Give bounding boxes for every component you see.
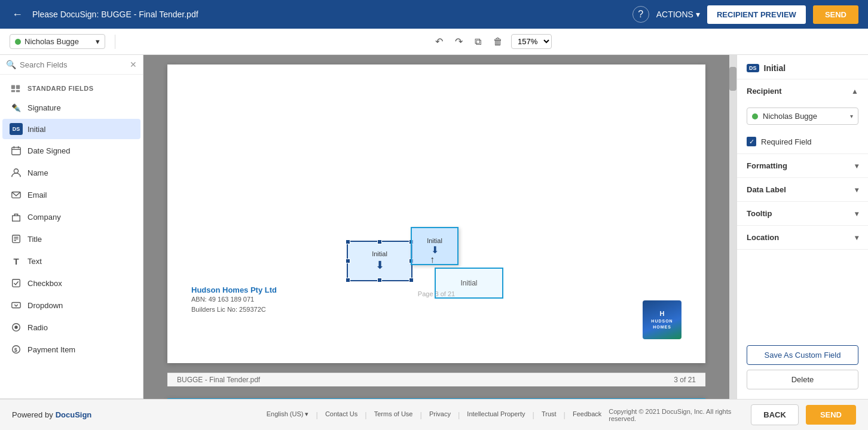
formatting-section: Formatting ▾ — [737, 154, 868, 178]
scrollbar-thumb[interactable] — [729, 67, 736, 91]
tooltip-section: Tooltip ▾ — [737, 202, 868, 226]
send-top-button[interactable]: SEND — [813, 5, 858, 24]
sidebar-item-name[interactable]: Name — [2, 162, 140, 183]
back-nav-button[interactable]: ← — [10, 6, 25, 23]
recipient-dropdown-row[interactable]: Nicholas Bugge ▾ — [747, 108, 858, 125]
initial-field-dragging[interactable]: Initial ⬇ ↑ — [411, 227, 459, 265]
footer-link-feedback[interactable]: Feedback — [573, 410, 601, 419]
company-icon — [10, 210, 23, 223]
sidebar-item-title[interactable]: Title — [2, 228, 140, 250]
initial-field-resize-bc[interactable] — [377, 278, 382, 282]
actions-button[interactable]: ACTIONS ▾ — [656, 10, 700, 19]
dropdown-label: Dropdown — [27, 301, 63, 310]
location-section-header[interactable]: Location ▾ — [737, 226, 868, 249]
actions-label: ACTIONS — [656, 10, 693, 19]
company-name: Hudson Homes Pty Ltd — [191, 285, 277, 294]
page-indicator: 3 of 21 — [674, 376, 696, 384]
date-signed-icon — [10, 144, 23, 157]
right-panel-header: DS Initial — [737, 55, 868, 79]
footer-link-privacy[interactable]: Privacy — [429, 410, 451, 419]
footer-link-english[interactable]: English (US) ▾ — [267, 410, 309, 419]
text-icon: T — [10, 254, 23, 268]
delete-toolbar-button[interactable]: 🗑 — [490, 34, 506, 50]
search-input[interactable] — [20, 60, 126, 69]
recipient-section: Recipient ▲ Nicholas Bugge ▾ ✓ Required … — [737, 79, 868, 154]
sidebar-item-initial[interactable]: DS Initial — [2, 119, 140, 139]
copyright-text: Copyright © 2021 DocuSign, Inc. All righ… — [609, 408, 744, 422]
canvas-vertical-scrollbar[interactable] — [729, 55, 736, 399]
data-label-chevron-icon: ▾ — [855, 186, 858, 194]
sidebar-item-date-signed[interactable]: Date Signed — [2, 140, 140, 161]
canvas-wrapper: Hudson Homes Pty Ltd ABN: 49 163 189 071… — [143, 55, 736, 399]
panel-actions: Save As Custom Field Delete — [737, 336, 868, 399]
recipient-green-dot — [752, 113, 758, 119]
initial-field-resize-br[interactable] — [409, 278, 414, 282]
help-button[interactable]: ? — [632, 6, 649, 23]
email-label: Email — [27, 191, 47, 199]
footer-link-contact[interactable]: Contact Us — [325, 410, 357, 419]
sidebar-item-payment-item[interactable]: $ Payment Item — [2, 339, 140, 360]
recipient-preview-button[interactable]: RECIPIENT PREVIEW — [707, 5, 806, 24]
sidebar-item-dropdown[interactable]: Dropdown — [2, 294, 140, 316]
right-panel: DS Initial Recipient ▲ Nicholas Bugge ▾ … — [736, 55, 868, 399]
redo-button[interactable]: ↷ — [451, 33, 466, 50]
canvas-scroll-area[interactable]: Hudson Homes Pty Ltd ABN: 49 163 189 071… — [143, 55, 729, 399]
sidebar-item-checkbox[interactable]: Checkbox — [2, 272, 140, 294]
initial-field-cursor-text: Initial — [427, 237, 442, 244]
search-clear-button[interactable]: ✕ — [130, 60, 137, 69]
search-icon: 🔍 — [6, 60, 16, 69]
svg-rect-15 — [13, 280, 20, 287]
radio-label: Radio — [27, 323, 48, 332]
copy-button[interactable]: ⧉ — [471, 34, 485, 50]
blue-separator-line — [167, 398, 705, 399]
back-button[interactable]: BACK — [751, 404, 799, 425]
page-footer-bar: BUGGE - Final Tender.pdf 3 of 21 — [167, 373, 705, 386]
standard-fields-label: Standard Fields — [24, 85, 94, 92]
initial-field-selected[interactable]: Initial ⬇ — [347, 241, 412, 281]
email-icon — [10, 188, 23, 201]
footer-link-trust[interactable]: Trust — [542, 410, 557, 419]
recipient-select-chevron-icon: ▾ — [850, 113, 853, 119]
recipient-section-header[interactable]: Recipient ▲ — [737, 79, 868, 103]
formatting-section-header[interactable]: Formatting ▾ — [737, 154, 868, 177]
footer-powered-by: Powered by DocuSign — [12, 410, 259, 419]
footer-links: English (US) ▾ | Contact Us | Terms of U… — [267, 410, 602, 419]
undo-button[interactable]: ↶ — [432, 33, 447, 50]
formatting-label: Formatting — [747, 161, 787, 170]
initial-field-resize-ml[interactable] — [346, 259, 350, 263]
sidebar-item-radio[interactable]: Radio — [2, 317, 140, 338]
location-label: Location — [747, 233, 779, 242]
sidebar-item-text[interactable]: T Text — [2, 250, 140, 272]
data-label-section-header[interactable]: Data Label ▾ — [737, 178, 868, 201]
formatting-chevron-icon: ▾ — [855, 162, 858, 170]
ds-badge: DS — [747, 64, 759, 72]
initial-field-text-1: Initial — [372, 250, 387, 257]
initial-field-resize-bl[interactable] — [346, 278, 350, 282]
next-page — [167, 398, 705, 399]
sidebar-item-email[interactable]: Email — [2, 184, 140, 205]
required-field-checkbox[interactable]: ✓ — [747, 137, 756, 146]
sidebar-item-signature[interactable]: ✒️ Signature — [2, 97, 140, 118]
footer-link-terms[interactable]: Terms of Use — [374, 410, 413, 419]
zoom-select[interactable]: 157% — [511, 34, 552, 49]
sidebar-item-company[interactable]: Company — [2, 206, 140, 228]
recipient-section-content: Nicholas Bugge ▾ — [737, 103, 868, 132]
page-number-watermark: Page 3 of 21 — [418, 290, 455, 297]
footer-link-ip[interactable]: Intellectual Property — [467, 410, 525, 419]
abn-text: ABN: 49 163 189 071 — [191, 294, 277, 305]
svg-rect-4 — [12, 148, 20, 155]
back-icon: ← — [12, 8, 23, 20]
page-top-area — [167, 64, 705, 232]
dropdown-icon — [10, 299, 23, 312]
send-bottom-button[interactable]: SEND — [806, 405, 856, 425]
delete-field-button[interactable]: Delete — [747, 370, 858, 389]
tooltip-section-header[interactable]: Tooltip ▾ — [737, 202, 868, 225]
required-field-row: ✓ Required Field — [737, 132, 868, 153]
save-as-custom-field-button[interactable]: Save As Custom Field — [747, 345, 858, 365]
initial-field-resize-tc[interactable] — [377, 239, 382, 244]
tooltip-label: Tooltip — [747, 209, 772, 218]
initial-field-resize-tl[interactable] — [346, 239, 350, 244]
recipient-selector[interactable]: Nicholas Bugge ▾ — [10, 34, 105, 49]
recipient-status-dot — [15, 39, 21, 45]
payment-item-label: Payment Item — [27, 345, 75, 354]
